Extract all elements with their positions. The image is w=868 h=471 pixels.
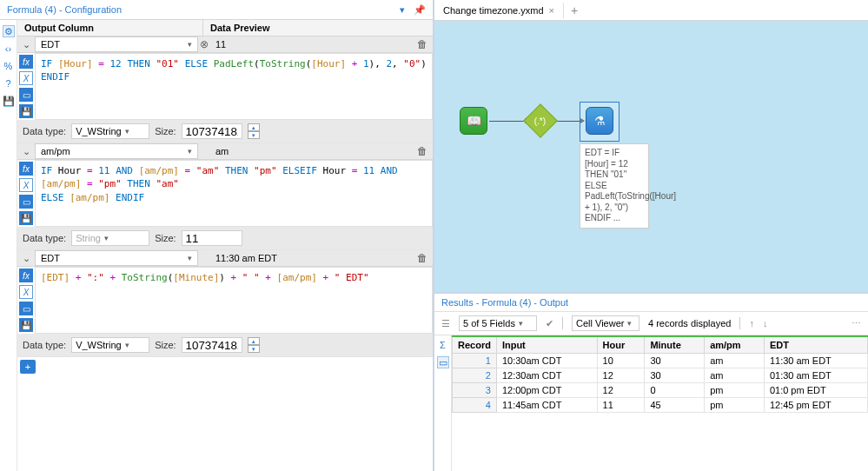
tab-close-icon[interactable]: ×: [549, 5, 554, 16]
save-icon[interactable]: 💾: [19, 211, 33, 225]
rail-gear-icon[interactable]: ⚙: [3, 25, 15, 37]
formula-header-row: ⌄ am/pm▾ am 🗑: [17, 143, 433, 160]
down-arrow-icon[interactable]: ↓: [763, 318, 768, 328]
workflow-tab[interactable]: Change timezone.yxmd ×: [434, 3, 564, 18]
header-output-column: Output Column: [17, 20, 203, 36]
table-row[interactable]: 411:45am CDT1145pm12:45 pm EDT: [453, 398, 868, 413]
input-tool-node[interactable]: 📖: [460, 107, 487, 135]
table-row[interactable]: 110:30am CDT1030am11:30 am EDT: [453, 354, 868, 368]
config-panel: Formula (4) - Configuration ▾ 📌 ⚙ ‹› % ?…: [0, 0, 434, 471]
expression-editor[interactable]: [EDT] + ":" + ToString([Minute]) + " " +…: [35, 267, 433, 334]
collapse-toggle[interactable]: ⌄: [17, 253, 35, 264]
tool-annotation: EDT = IF [Hour] = 12 THEN "01" ELSE PadL…: [580, 143, 649, 229]
tab-label: Change timezone.yxmd: [443, 5, 544, 16]
delete-icon[interactable]: 🗑: [412, 38, 433, 50]
expression-rail: fx X ▭ 💾: [17, 160, 35, 227]
formula-tool-node[interactable]: ⚗: [586, 107, 613, 135]
browse-icon[interactable]: ▭: [19, 88, 33, 102]
size-label: Size:: [155, 126, 176, 136]
expression-editor[interactable]: IF Hour = 11 AND [am/pm] = "am" THEN "pm…: [35, 160, 433, 227]
datatype-label: Data type:: [23, 126, 66, 136]
size-input[interactable]: [182, 230, 242, 246]
workflow-canvas[interactable]: 📖 (.*) ⚗ EDT = IF [Hour] = 12 THEN "01" …: [434, 21, 868, 292]
add-expression-button[interactable]: +: [20, 360, 36, 374]
size-label: Size:: [155, 340, 176, 350]
x-icon[interactable]: X: [19, 285, 33, 299]
up-arrow-icon[interactable]: ↑: [749, 318, 754, 328]
pin-icon[interactable]: 📌: [414, 3, 426, 16]
fields-combo[interactable]: 5 of 5 Fields▾: [459, 315, 537, 331]
col-header[interactable]: am/pm: [705, 336, 765, 354]
x-icon[interactable]: X: [19, 178, 33, 192]
datatype-row: Data type: V_WString▾ Size: ▴▾: [17, 120, 433, 143]
browse-icon[interactable]: ▭: [19, 195, 33, 209]
expression-rail: fx X ▭ 💾: [17, 267, 35, 334]
size-input[interactable]: [182, 123, 242, 139]
datatype-combo[interactable]: V_WString▾: [71, 337, 149, 353]
collapse-toggle[interactable]: ⌄: [17, 146, 35, 157]
menu-icon[interactable]: ☰: [441, 318, 450, 329]
output-field-combo[interactable]: EDT▾: [35, 36, 198, 52]
connection-wire: [489, 121, 528, 122]
output-field-combo[interactable]: EDT▾: [35, 250, 198, 266]
records-displayed: 4 records displayed: [648, 318, 731, 328]
check-icon[interactable]: ✔: [546, 318, 553, 329]
size-spinner[interactable]: ▴▾: [248, 337, 260, 353]
new-tab-button[interactable]: +: [564, 3, 585, 17]
table-row[interactable]: 312:00pm CDT120pm01:0 pm EDT: [453, 383, 868, 398]
col-header[interactable]: Record: [453, 336, 497, 354]
results-title: Results - Formula (4) - Output: [434, 294, 868, 312]
col-header[interactable]: Hour: [597, 336, 645, 354]
preview-value: 11:30 am EDT: [210, 253, 412, 263]
col-header[interactable]: Input: [496, 336, 597, 354]
cell-viewer-combo[interactable]: Cell Viewer▾: [572, 315, 639, 331]
rail-help-icon[interactable]: ?: [3, 77, 15, 90]
rail-xml-icon[interactable]: ‹›: [3, 43, 15, 55]
results-menu-icon[interactable]: ⋯: [851, 318, 861, 329]
canvas-tabs: Change timezone.yxmd × +: [434, 0, 868, 21]
size-input[interactable]: [182, 337, 242, 353]
regex-tool-node[interactable]: (.*): [528, 109, 553, 133]
datatype-label: Data type:: [23, 340, 66, 350]
browse-icon[interactable]: ▭: [19, 302, 33, 315]
save-icon[interactable]: 💾: [19, 104, 33, 118]
header-data-preview: Data Preview: [203, 20, 433, 36]
table-row[interactable]: 212:30am CDT1230am01:30 am EDT: [453, 368, 868, 383]
datatype-row: Data type: V_WString▾ Size: ▴▾: [17, 334, 433, 356]
col-header[interactable]: EDT: [764, 336, 867, 354]
formula-header-row: ⌄ EDT▾ ⊗ 11 🗑: [17, 36, 433, 53]
expression-editor[interactable]: IF [Hour] = 12 THEN "01" ELSE PadLeft(To…: [35, 53, 433, 120]
save-icon[interactable]: 💾: [19, 318, 33, 332]
size-spinner[interactable]: ▴▾: [248, 123, 260, 139]
delete-icon[interactable]: 🗑: [412, 145, 433, 157]
panel-title: Formula (4) - Configuration: [7, 4, 122, 15]
results-toolbar: ☰ 5 of 5 Fields▾ ✔ Cell Viewer▾ 4 record…: [434, 312, 868, 335]
results-grid[interactable]: RecordInputHourMinuteam/pmEDT110:30am CD…: [452, 335, 868, 471]
preview-value: am: [210, 146, 412, 156]
rail-save-icon[interactable]: 💾: [3, 95, 15, 107]
left-vertical-rail: ⚙ ‹› % ? 💾: [0, 20, 17, 471]
fx-icon[interactable]: fx: [19, 55, 33, 69]
datatype-combo[interactable]: V_WString▾: [71, 123, 149, 139]
fx-icon[interactable]: fx: [19, 162, 33, 176]
fx-icon[interactable]: fx: [19, 269, 33, 282]
datatype-row: Data type: String▾ Size:: [17, 227, 433, 249]
clear-icon[interactable]: ⊗: [198, 38, 210, 50]
x-icon[interactable]: X: [19, 71, 33, 85]
panel-title-bar: Formula (4) - Configuration ▾ 📌: [0, 0, 433, 20]
preview-value: 11: [210, 39, 412, 50]
summary-icon[interactable]: Σ: [437, 339, 449, 351]
delete-icon[interactable]: 🗑: [412, 252, 433, 264]
expression-rail: fx X ▭ 💾: [17, 53, 35, 120]
datatype-combo[interactable]: String▾: [71, 230, 149, 246]
col-header[interactable]: Minute: [645, 336, 705, 354]
collapse-toggle[interactable]: ⌄: [17, 39, 35, 50]
output-field-combo[interactable]: am/pm▾: [35, 143, 198, 159]
size-label: Size:: [155, 233, 176, 243]
formula-header-row: ⌄ EDT▾ 11:30 am EDT 🗑: [17, 250, 433, 267]
collapse-icon[interactable]: ▾: [396, 3, 408, 16]
datatype-label: Data type:: [23, 233, 66, 243]
data-icon[interactable]: ▭: [437, 356, 449, 368]
rail-percent-icon[interactable]: %: [3, 60, 15, 72]
formula-area: Output Column Data Preview ⌄ EDT▾ ⊗ 11 🗑…: [17, 20, 433, 471]
